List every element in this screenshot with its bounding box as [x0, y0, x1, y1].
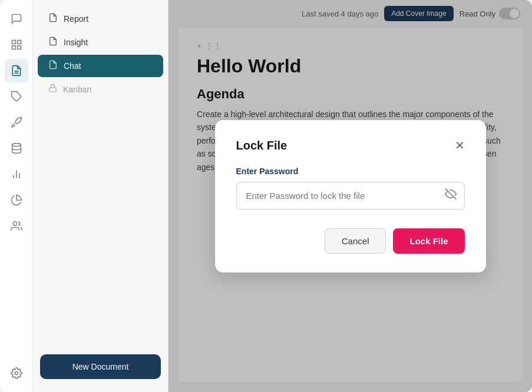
icon-sidebar	[0, 0, 33, 392]
password-input[interactable]	[236, 182, 465, 210]
password-field-wrap	[236, 182, 465, 210]
svg-rect-3	[17, 46, 21, 49]
chat-icon-nav[interactable]	[5, 7, 28, 31]
modal-overlay: Lock File ✕ Enter Password Cancel Lock F…	[168, 0, 532, 392]
main-content: Last saved 4 days ago Add Cover Image Re…	[168, 0, 532, 392]
password-label: Enter Password	[236, 167, 465, 176]
nav-item-chat-label: Chat	[64, 61, 81, 71]
nav-item-chat[interactable]: Chat	[38, 55, 163, 77]
svg-rect-2	[12, 46, 15, 49]
svg-point-11	[13, 222, 17, 226]
pie-chart-icon-nav[interactable]	[5, 188, 28, 212]
svg-rect-0	[12, 41, 15, 44]
modal-header: Lock File ✕	[236, 139, 465, 152]
svg-rect-1	[17, 41, 21, 44]
doc-icon	[48, 13, 58, 25]
nav-panel: Report Insight Chat Kanban New Docum	[33, 0, 168, 392]
team-icon-nav[interactable]	[5, 214, 28, 238]
svg-point-7	[12, 144, 21, 147]
document-icon-nav[interactable]	[5, 59, 28, 82]
doc-icon-insight	[48, 36, 58, 48]
new-document-button[interactable]: New Document	[40, 354, 161, 379]
lock-icon-kanban	[48, 84, 57, 95]
bar-chart-icon-nav[interactable]	[5, 162, 28, 186]
modal-actions: Cancel Lock File	[236, 228, 465, 254]
svg-point-12	[15, 372, 18, 375]
nav-item-report-label: Report	[64, 14, 88, 24]
nav-item-report[interactable]: Report	[38, 8, 163, 30]
rocket-icon-nav[interactable]	[5, 111, 28, 134]
toggle-password-icon[interactable]	[445, 188, 457, 203]
nav-item-kanban[interactable]: Kanban	[38, 78, 163, 100]
cancel-button[interactable]: Cancel	[325, 228, 386, 254]
modal-title: Lock File	[236, 139, 288, 152]
settings-icon-nav[interactable]	[5, 361, 28, 385]
layout-icon-nav[interactable]	[5, 33, 28, 57]
nav-item-insight[interactable]: Insight	[38, 31, 163, 54]
nav-item-kanban-label: Kanban	[63, 85, 91, 94]
nav-item-insight-label: Insight	[64, 38, 88, 47]
doc-icon-chat	[48, 60, 58, 72]
lock-file-button[interactable]: Lock File	[393, 228, 464, 254]
modal-close-button[interactable]: ✕	[455, 139, 465, 151]
lock-file-modal: Lock File ✕ Enter Password Cancel Lock F…	[215, 120, 486, 273]
svg-rect-13	[49, 88, 56, 92]
database-icon-nav[interactable]	[5, 137, 28, 160]
tag-icon-nav[interactable]	[5, 85, 28, 108]
